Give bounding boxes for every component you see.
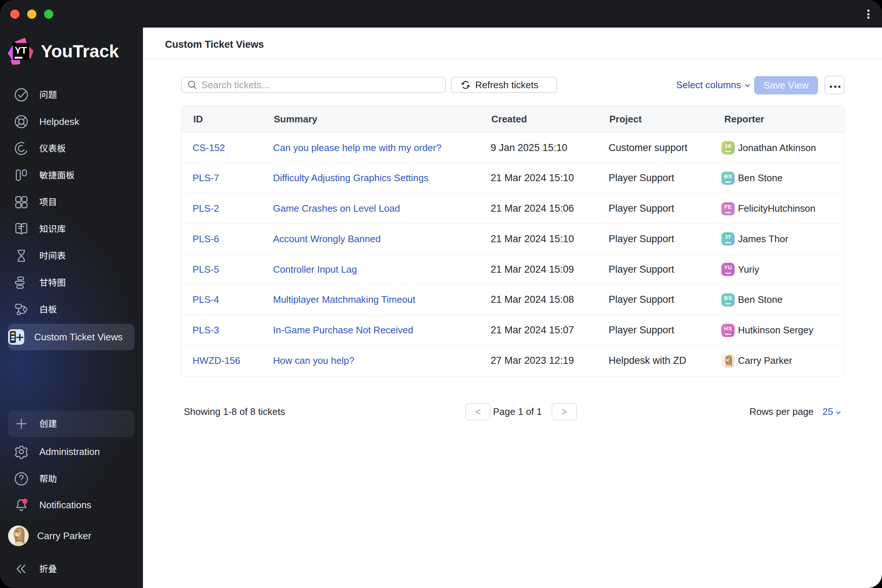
svg-text:YT: YT [15,45,27,56]
